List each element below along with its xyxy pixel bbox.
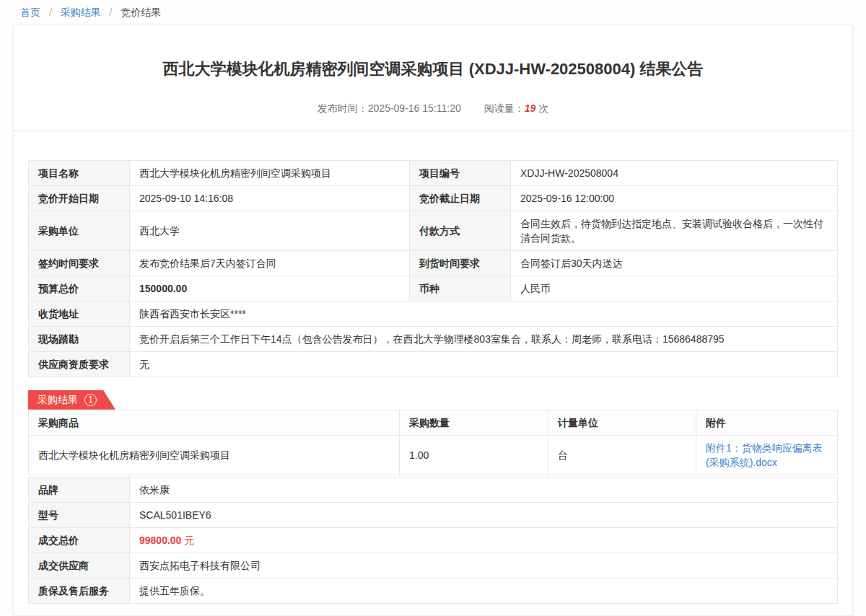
brand-value: 依米康 <box>130 477 838 502</box>
row-label: 币种 <box>410 276 511 301</box>
budget-total-value: 150000.00 <box>130 276 410 301</box>
row-label: 型号 <box>29 502 130 527</box>
attachment-cell: 附件1：货物类响应偏离表(采购系统).docx <box>696 435 838 475</box>
table-row: 品牌 依米康 <box>29 477 838 502</box>
model-value: SCAL501IBEY6 <box>130 502 838 527</box>
row-label: 签约时间要求 <box>29 250 130 276</box>
award-detail-table: 品牌 依米康 型号 SCAL501IBEY6 成交总价 99800.00 元 成… <box>28 477 838 604</box>
breadcrumb: 首页 / 采购结果 / 竞价结果 <box>0 0 866 19</box>
column-header: 采购商品 <box>29 410 400 435</box>
table-row: 供应商资质要求 无 <box>29 351 838 377</box>
row-value: 陕西省西安市长安区**** <box>130 301 838 326</box>
row-value: 西北大学 <box>130 211 410 250</box>
row-value: 无 <box>130 351 838 377</box>
column-header: 附件 <box>696 410 838 435</box>
row-value: 合同签订后30天内送达 <box>511 250 838 276</box>
table-row: 竞价开始日期 2025-09-10 14:16:08 竞价截止日期 2025-0… <box>29 185 838 211</box>
breadcrumb-link-procurement-results[interactable]: 采购结果 <box>61 6 101 18</box>
table-row: 西北大学模块化机房精密列间空调采购项目 1.00 台 附件1：货物类响应偏离表(… <box>29 435 838 475</box>
project-info-table: 项目名称 西北大学模块化机房精密列间空调采购项目 项目编号 XDJJ-HW-20… <box>28 160 838 377</box>
unit-cell: 台 <box>548 435 696 475</box>
row-value: 竞价开启后第三个工作日下午14点（包含公告发布日），在西北大学物理楼803室集合… <box>130 326 838 351</box>
table-row: 型号 SCAL501IBEY6 <box>29 502 838 527</box>
row-label: 到货时间要求 <box>410 250 511 276</box>
table-row: 收货地址 陕西省西安市长安区**** <box>29 301 838 326</box>
column-header: 计量单位 <box>548 410 696 435</box>
read-count: 阅读量：19次 <box>484 102 549 114</box>
row-label: 质保及售后服务 <box>29 578 130 603</box>
table-row: 项目名称 西北大学模块化机房精密列间空调采购项目 项目编号 XDJJ-HW-20… <box>29 160 838 185</box>
table-row: 签约时间要求 发布竞价结果后7天内签订合同 到货时间要求 合同签订后30天内送达 <box>29 250 838 276</box>
row-label: 收货地址 <box>29 301 130 326</box>
row-label: 成交供应商 <box>29 553 130 578</box>
table-row: 成交总价 99800.00 元 <box>29 527 838 553</box>
row-label: 现场踏勘 <box>29 326 130 351</box>
row-label: 品牌 <box>29 477 130 502</box>
row-value: 人民币 <box>511 276 838 301</box>
final-price-unit: 元 <box>184 534 194 546</box>
row-label: 竞价截止日期 <box>410 185 511 211</box>
quantity-cell: 1.00 <box>400 435 548 475</box>
table-row: 采购单位 西北大学 付款方式 合同生效后，待货物到达指定地点、安装调试验收合格后… <box>29 211 838 250</box>
read-count-unit: 次 <box>538 102 548 114</box>
result-table: 采购商品 采购数量 计量单位 附件 西北大学模块化机房精密列间空调采购项目 1.… <box>28 410 838 475</box>
warranty-value: 提供五年质保。 <box>130 578 838 603</box>
publish-time-value: 2025-09-16 15:11:20 <box>368 102 461 114</box>
row-value: 西北大学模块化机房精密列间空调采购项目 <box>130 160 410 185</box>
breadcrumb-separator: / <box>49 6 52 18</box>
row-label: 项目名称 <box>29 160 130 185</box>
article-meta: 发布时间：2025-09-16 15:11:20 阅读量：19次 <box>28 102 838 115</box>
read-count-value: 19 <box>525 102 536 114</box>
supplier-value: 西安点拓电子科技有限公司 <box>130 553 838 578</box>
attachment-link[interactable]: 附件1：货物类响应偏离表(采购系统).docx <box>706 442 823 468</box>
row-label: 预算总价 <box>29 276 130 301</box>
announcement-card: 西北大学模块化机房精密列间空调采购项目 (XDJJ-HW-202508004) … <box>13 25 853 616</box>
table-row: 质保及售后服务 提供五年质保。 <box>29 578 838 603</box>
table-row: 成交供应商 西安点拓电子科技有限公司 <box>29 553 838 578</box>
column-header: 采购数量 <box>400 410 548 435</box>
result-badge-count: 1 <box>84 394 97 406</box>
table-row: 现场踏勘 竞价开启后第三个工作日下午14点（包含公告发布日），在西北大学物理楼8… <box>29 326 838 351</box>
final-price-value: 99800.00 元 <box>130 527 838 553</box>
product-name-cell: 西北大学模块化机房精密列间空调采购项目 <box>29 435 400 475</box>
publish-time: 发布时间：2025-09-16 15:11:20 <box>318 102 461 114</box>
row-label: 付款方式 <box>410 211 511 250</box>
publish-time-label: 发布时间： <box>318 102 368 114</box>
divider <box>14 131 852 131</box>
page-title: 西北大学模块化机房精密列间空调采购项目 (XDJJ-HW-202508004) … <box>57 58 809 81</box>
result-badge-label: 采购结果 <box>38 390 78 410</box>
row-label: 采购单位 <box>29 211 130 250</box>
row-value: 2025-09-10 14:16:08 <box>130 185 410 211</box>
breadcrumb-current: 竞价结果 <box>121 6 161 18</box>
breadcrumb-link-home[interactable]: 首页 <box>20 6 40 18</box>
row-value: 发布竞价结果后7天内签订合同 <box>130 250 410 276</box>
row-label: 供应商资质要求 <box>29 351 130 377</box>
final-price-number: 99800.00 <box>139 534 181 546</box>
table-header-row: 采购商品 采购数量 计量单位 附件 <box>29 410 838 435</box>
table-row: 预算总价 150000.00 币种 人民币 <box>29 276 838 301</box>
row-value: 2025-09-16 12:00:00 <box>511 185 838 211</box>
row-value: 合同生效后，待货物到达指定地点、安装调试验收合格后，一次性付清合同货款。 <box>511 211 838 250</box>
read-count-label: 阅读量： <box>484 102 525 114</box>
row-label: 竞价开始日期 <box>29 185 130 211</box>
row-label: 成交总价 <box>29 527 130 553</box>
result-section-badge: 采购结果 1 <box>28 390 115 410</box>
breadcrumb-separator: / <box>110 6 113 18</box>
row-value: XDJJ-HW-202508004 <box>511 160 838 185</box>
row-label: 项目编号 <box>410 160 511 185</box>
